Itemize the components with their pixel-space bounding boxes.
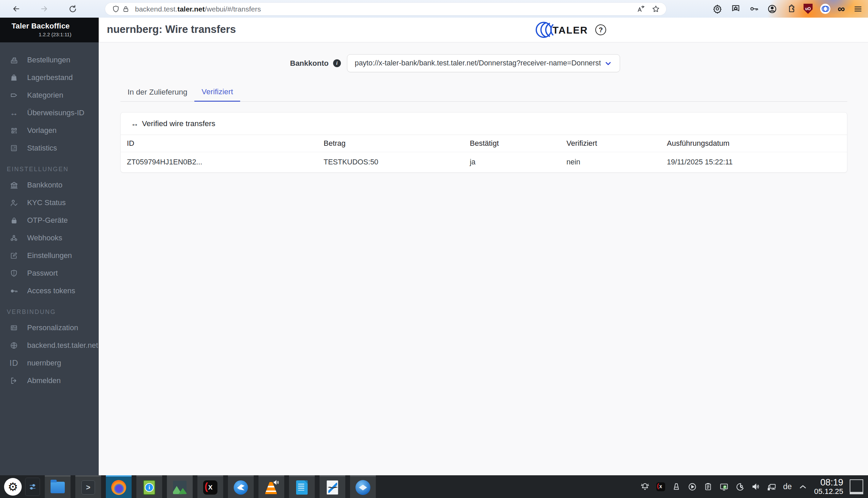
sidebar-item-personalization[interactable]: Personalization (0, 319, 99, 337)
night-light-icon[interactable] (735, 482, 745, 492)
sidebar-item-backend-host[interactable]: backend.test.taler.net (0, 337, 99, 354)
settings-gear-icon[interactable] (712, 3, 723, 14)
transfer-arrows-icon: ↔ (131, 119, 139, 128)
lock-icon[interactable] (121, 4, 131, 14)
bank-account-value: payto://x-taler-bank/bank.test.taler.net… (355, 59, 601, 67)
taskbar-falkon-browser[interactable] (228, 475, 254, 498)
bank-icon (9, 180, 19, 190)
infinity-extension-icon[interactable]: ∞ (838, 4, 845, 14)
translate-icon[interactable] (636, 4, 646, 14)
xterm-icon: (X (203, 480, 217, 495)
sidebar-item-ueberweisungs-id[interactable]: ↔ Überweisungs-ID (0, 104, 99, 122)
tray-expander-chevron-icon[interactable] (798, 482, 808, 492)
tab-verifiziert[interactable]: Verifiziert (194, 83, 240, 102)
sidebar-item-otp-geraete[interactable]: OTP-Geräte (0, 211, 99, 229)
password-key-icon[interactable] (749, 3, 760, 14)
sidebar-item-kategorien[interactable]: Kategorien (0, 87, 99, 104)
xterm-tray-icon[interactable]: (X (656, 482, 665, 491)
taskbar-thunderbird[interactable] (350, 475, 376, 498)
taskbar: ⚙ > i (X (X (0, 475, 868, 498)
taskbar-image-viewer[interactable] (167, 475, 193, 498)
bookmark-star-icon[interactable] (651, 4, 661, 14)
taskbar-text-editor[interactable] (289, 475, 315, 498)
sidebar-item-lagerbestand[interactable]: Lagerbestand (0, 69, 99, 87)
cell-betrag: TESTKUDOS:50 (324, 158, 470, 167)
bank-account-select[interactable]: payto://x-taler-bank/bank.test.taler.net… (347, 54, 620, 72)
taskbar-terminal[interactable]: > (75, 475, 101, 498)
taskbar-firefox[interactable] (106, 475, 132, 498)
sidebar-item-access-tokens[interactable]: Access tokens (0, 282, 99, 300)
info-icon[interactable]: i (333, 59, 341, 67)
sidebar-item-kyc-status[interactable]: KYC Status (0, 194, 99, 211)
cell-verifiziert: nein (567, 158, 667, 167)
taler-wallet-icon[interactable] (820, 4, 830, 14)
shield-icon (9, 268, 19, 278)
edit-icon (9, 250, 19, 261)
help-icon[interactable]: ? (595, 24, 606, 35)
keyboard-layout-indicator[interactable]: de (783, 482, 792, 491)
cell-ausfuehrungsdatum: 19/11/2025 15:22:11 (667, 158, 847, 167)
tag-icon (9, 90, 19, 100)
globe-icon (9, 340, 19, 351)
column-header-bestaetigt: Bestätigt (470, 139, 567, 148)
app-version: 1.2.2 (23:1:11) (12, 31, 93, 37)
file-manager-icon (51, 482, 65, 493)
table-header-row: ID Betrag Bestätigt Verifiziert Ausführu… (121, 135, 847, 152)
volume-icon[interactable] (751, 482, 761, 492)
url-text: backend.test.taler.net/webui/#/transfers (135, 5, 636, 13)
sidebar-item-passwort[interactable]: Passwort (0, 264, 99, 282)
column-header-id: ID (127, 139, 324, 148)
network-icon[interactable] (767, 482, 777, 492)
tab-in-der-zulieferung[interactable]: In der Zulieferung (120, 83, 194, 101)
table-row[interactable]: ZT059794HJ1EN0B2... TESTKUDOS:50 ja nein… (121, 152, 847, 172)
main-content: Bankkonto i payto://x-taler-bank/bank.te… (99, 43, 868, 475)
vlc-tray-icon[interactable] (672, 482, 681, 492)
taler-logo-text: TALER (553, 25, 588, 36)
show-desktop-button[interactable] (850, 479, 863, 494)
sidebar-item-bankkonto[interactable]: Bankkonto (0, 176, 99, 194)
sidebar-item-abmelden[interactable]: Abmelden (0, 372, 99, 390)
column-header-betrag: Betrag (324, 139, 470, 148)
logout-icon (9, 376, 19, 386)
clock-time: 08:19 (814, 478, 843, 488)
sidebar-item-statistics[interactable]: Statistics (0, 139, 99, 157)
taskbar-vlc[interactable] (258, 475, 284, 498)
terminal-icon: > (81, 480, 95, 495)
clock[interactable]: 08:19 05.12.25 (814, 478, 843, 496)
sidebar-item-instance-id[interactable]: ID nuernberg (0, 354, 99, 372)
cell-id: ZT059794HJ1EN0B2... (127, 158, 324, 167)
taskbar-xterm[interactable]: (X (197, 475, 223, 498)
column-header-ausfuehrungsdatum: Ausführungsdatum (667, 139, 847, 148)
cell-bestaetigt: ja (470, 158, 567, 167)
sidebar-item-bestellungen[interactable]: Bestellungen (0, 51, 99, 69)
ublock-origin-icon[interactable]: uO (804, 4, 813, 14)
clipboard-manager-icon[interactable] (703, 482, 713, 492)
taskbar-system-info[interactable]: i (137, 475, 162, 498)
settings-sliders-icon[interactable] (25, 478, 40, 496)
account-icon[interactable] (767, 3, 778, 14)
menu-hamburger-icon[interactable] (852, 3, 863, 14)
lock-icon (9, 215, 19, 225)
back-button[interactable] (10, 3, 22, 15)
tracking-shield-icon[interactable] (111, 4, 121, 14)
media-play-icon[interactable] (688, 482, 697, 492)
taskbar-office-writer[interactable] (320, 475, 345, 498)
extension-star-badge-icon[interactable] (730, 3, 741, 14)
sidebar-item-einstellungen[interactable]: Einstellungen (0, 247, 99, 264)
section-label-einstellungen: EINSTELLUNGEN (7, 166, 99, 173)
power-manager-icon[interactable] (720, 482, 729, 492)
sidebar-item-vorlagen[interactable]: Vorlagen (0, 122, 99, 139)
system-info-icon: i (143, 480, 155, 495)
qr-code-icon (9, 126, 19, 135)
forward-button[interactable] (38, 3, 50, 15)
extensions-puzzle-icon[interactable] (785, 3, 796, 14)
reload-button[interactable] (66, 3, 79, 15)
app-launcher-button[interactable]: ⚙ (4, 478, 22, 496)
url-bar[interactable]: backend.test.taler.net/webui/#/transfers (105, 3, 666, 15)
page-title: nuernberg: Wire transfers (107, 23, 236, 36)
sidebar-item-webhooks[interactable]: Webhooks (0, 229, 99, 247)
section-label-verbindung: VERBINDUNG (7, 309, 99, 316)
notifications-bell-icon[interactable] (640, 482, 650, 492)
clock-date: 05.12.25 (814, 487, 843, 496)
taskbar-file-manager[interactable] (45, 475, 70, 498)
